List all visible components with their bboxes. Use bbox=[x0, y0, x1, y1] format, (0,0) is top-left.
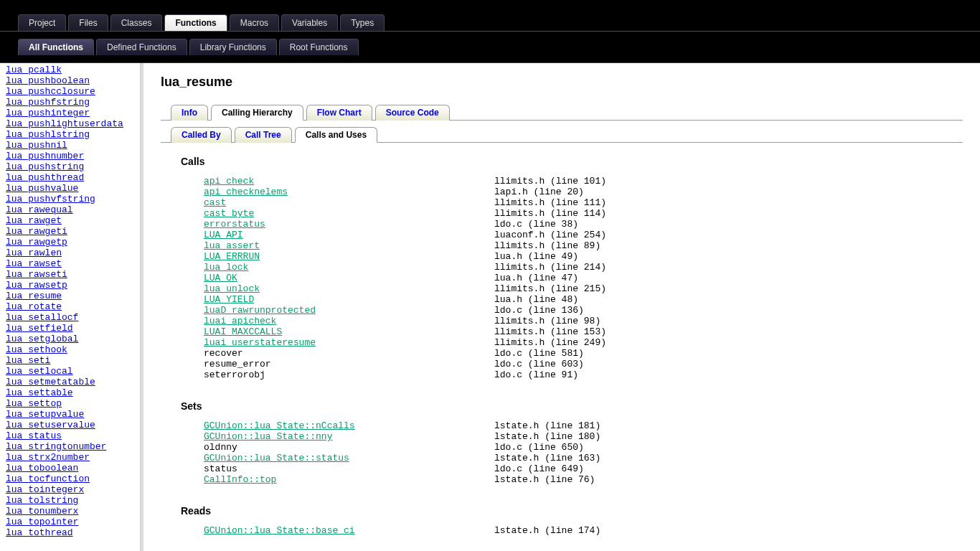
item-location: llimits.h (line 89) bbox=[494, 240, 600, 251]
main-area: lua_pcallklua_pushbooleanlua_pushcclosur… bbox=[0, 63, 980, 551]
sidebar-item[interactable]: lua_rawgeti bbox=[6, 226, 134, 237]
sidebar-item[interactable]: lua_pushcclosure bbox=[6, 86, 134, 97]
view-tab[interactable]: Flow Chart bbox=[306, 105, 372, 121]
item-name[interactable]: errorstatus bbox=[204, 219, 265, 230]
sidebar-item[interactable]: lua_pcallk bbox=[6, 65, 134, 75]
item-location: llimits.h (line 111) bbox=[494, 197, 606, 208]
sidebar-item[interactable]: lua_rawseti bbox=[6, 269, 134, 280]
view-tab[interactable]: Calling Hierarchy bbox=[211, 105, 303, 121]
sidebar-item[interactable]: lua_rawequal bbox=[6, 204, 134, 215]
sidebar-item[interactable]: lua_setfield bbox=[6, 323, 134, 334]
item-name[interactable]: luaD_rawrunprotected bbox=[204, 305, 316, 316]
primary-tab-macros[interactable]: Macros bbox=[230, 14, 279, 31]
primary-tabs: ProjectFilesClassesFunctionsMacrosVariab… bbox=[0, 0, 980, 32]
hierarchy-tab[interactable]: Calls and Uses bbox=[295, 127, 377, 143]
sidebar-item[interactable]: lua_pushfstring bbox=[6, 97, 134, 108]
item-name[interactable]: luai_apicheck bbox=[204, 316, 276, 326]
sidebar-item[interactable]: lua_rawsetp bbox=[6, 280, 134, 291]
sidebar-item[interactable]: lua_toboolean bbox=[6, 463, 134, 474]
view-tab[interactable]: Source Code bbox=[375, 105, 450, 121]
item-name[interactable]: LUA_ERRRUN bbox=[204, 251, 260, 262]
sidebar-item[interactable]: lua_status bbox=[6, 430, 134, 441]
item-name[interactable]: GCUnion::lua_State::base_ci bbox=[204, 525, 355, 536]
item-name[interactable]: GCUnion::lua_State::status bbox=[204, 453, 349, 463]
item-name[interactable]: GCUnion::lua_State::nny bbox=[204, 431, 332, 442]
sidebar-item[interactable]: lua_stringtonumber bbox=[6, 441, 134, 452]
secondary-tab[interactable]: All Functions bbox=[18, 39, 94, 55]
item-name: oldnny bbox=[204, 442, 237, 453]
item-name[interactable]: cast_byte bbox=[204, 208, 254, 219]
item-name[interactable]: CallInfo::top bbox=[204, 474, 276, 485]
sidebar-item[interactable]: lua_setupvalue bbox=[6, 409, 134, 420]
item-row: LUA_APIluaconf.h (line 254) bbox=[204, 230, 963, 240]
sidebar-item[interactable]: lua_tonumberx bbox=[6, 506, 134, 517]
item-name[interactable]: lua_unlock bbox=[204, 283, 260, 294]
secondary-tab[interactable]: Library Functions bbox=[189, 39, 277, 55]
item-row: recoverldo.c (line 581) bbox=[204, 348, 963, 359]
item-name[interactable]: LUA_YIELD bbox=[204, 294, 254, 305]
item-name[interactable]: LUAI_MAXCCALLS bbox=[204, 326, 282, 337]
primary-tab-variables[interactable]: Variables bbox=[281, 14, 338, 31]
item-name[interactable]: LUA_API bbox=[204, 230, 243, 240]
item-row: LUA_ERRRUNlua.h (line 49) bbox=[204, 251, 963, 262]
sidebar-item[interactable]: lua_tocfunction bbox=[6, 474, 134, 484]
sidebar-item[interactable]: lua_setallocf bbox=[6, 312, 134, 323]
sidebar-item[interactable]: lua_resume bbox=[6, 291, 134, 301]
content-panel[interactable]: lua_resume InfoCalling HierarchyFlow Cha… bbox=[141, 63, 980, 551]
item-name[interactable]: api_check bbox=[204, 176, 254, 187]
sidebar-item[interactable]: lua_setglobal bbox=[6, 334, 134, 344]
sidebar-item[interactable]: lua_rawgetp bbox=[6, 237, 134, 248]
item-location: lstate.h (line 76) bbox=[494, 474, 595, 485]
sidebar-item[interactable]: lua_tolstring bbox=[6, 495, 134, 506]
primary-tab-files[interactable]: Files bbox=[68, 14, 108, 31]
sidebar-item[interactable]: lua_pushvalue bbox=[6, 183, 134, 194]
sidebar-item[interactable]: lua_tointegerx bbox=[6, 484, 134, 495]
view-tab[interactable]: Info bbox=[171, 105, 208, 121]
item-name[interactable]: cast bbox=[204, 197, 226, 208]
sidebar-item[interactable]: lua_setlocal bbox=[6, 366, 134, 377]
sidebar-item[interactable]: lua_settable bbox=[6, 387, 134, 398]
sidebar-item[interactable]: lua_strx2number bbox=[6, 452, 134, 463]
sidebar-item[interactable]: lua_pushboolean bbox=[6, 75, 134, 86]
sidebar-item[interactable]: lua_tothread bbox=[6, 527, 134, 538]
sidebar-item[interactable]: lua_rawget bbox=[6, 215, 134, 226]
sidebar-item[interactable]: lua_rawset bbox=[6, 258, 134, 269]
item-name[interactable]: lua_lock bbox=[204, 262, 248, 273]
sidebar-item[interactable]: lua_settop bbox=[6, 398, 134, 409]
hierarchy-tab[interactable]: Call Tree bbox=[235, 127, 292, 143]
sidebar-item[interactable]: lua_rawlen bbox=[6, 248, 134, 258]
item-name[interactable]: LUA_OK bbox=[204, 273, 237, 283]
sidebar-item[interactable]: lua_pushthread bbox=[6, 172, 134, 183]
sidebar-item[interactable]: lua_sethook bbox=[6, 344, 134, 355]
sidebar-item[interactable]: lua_topointer bbox=[6, 517, 134, 527]
sidebar-item[interactable]: lua_pushlstring bbox=[6, 129, 134, 140]
hierarchy-tab[interactable]: Called By bbox=[171, 127, 232, 143]
item-name[interactable]: lua_assert bbox=[204, 240, 260, 251]
item-name[interactable]: GCUnion::lua_State::nCcalls bbox=[204, 420, 355, 431]
function-list-sidebar[interactable]: lua_pcallklua_pushbooleanlua_pushcclosur… bbox=[0, 63, 141, 551]
sidebar-item[interactable]: lua_pushvfstring bbox=[6, 194, 134, 204]
sidebar-item[interactable]: lua_setuservalue bbox=[6, 420, 134, 430]
sidebar-item[interactable]: lua_pushinteger bbox=[6, 108, 134, 118]
sidebar-item[interactable]: lua_rotate bbox=[6, 301, 134, 312]
sidebar-item[interactable]: lua_pushnumber bbox=[6, 151, 134, 161]
sidebar-item[interactable]: lua_pushstring bbox=[6, 161, 134, 172]
primary-tab-types[interactable]: Types bbox=[340, 14, 385, 31]
item-location: lua.h (line 47) bbox=[494, 273, 578, 283]
primary-tab-classes[interactable]: Classes bbox=[110, 14, 163, 31]
sidebar-item[interactable]: lua_pushnil bbox=[6, 140, 134, 151]
item-location: llimits.h (line 114) bbox=[494, 208, 606, 219]
hierarchy-tabs: Called ByCall TreeCalls and Uses bbox=[161, 126, 963, 143]
item-name[interactable]: luai_userstateresume bbox=[204, 337, 316, 348]
sidebar-item[interactable]: lua_seti bbox=[6, 355, 134, 366]
item-list-calls: api_checkllimits.h (line 101)api_checkne… bbox=[204, 176, 963, 380]
primary-tab-project[interactable]: Project bbox=[18, 14, 66, 31]
sidebar-item[interactable]: lua_pushlightuserdata bbox=[6, 118, 134, 129]
secondary-tab[interactable]: Defined Functions bbox=[96, 39, 187, 55]
primary-tab-functions[interactable]: Functions bbox=[164, 14, 227, 31]
sidebar-item[interactable]: lua_setmetatable bbox=[6, 377, 134, 387]
section-title-calls: Calls bbox=[181, 156, 963, 167]
item-name[interactable]: api_checknelems bbox=[204, 187, 288, 197]
secondary-tab[interactable]: Root Functions bbox=[279, 39, 359, 55]
item-location: llimits.h (line 153) bbox=[494, 326, 606, 337]
